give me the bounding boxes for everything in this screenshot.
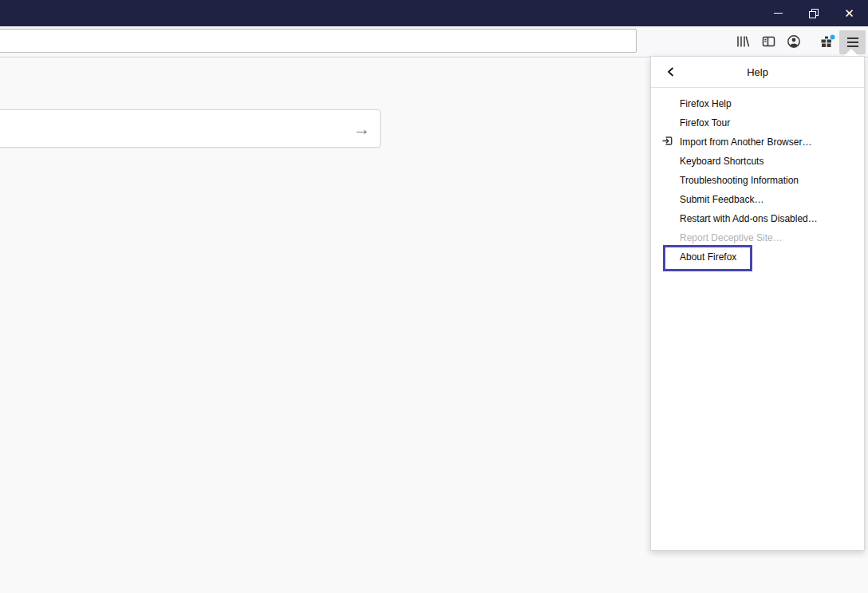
menu-item-firefox-tour[interactable]: Firefox Tour — [651, 113, 864, 132]
close-icon: ✕ — [844, 7, 854, 19]
account-button[interactable] — [782, 30, 806, 53]
address-bar-input[interactable] — [0, 30, 636, 52]
whats-new-button[interactable] — [815, 30, 839, 53]
page-search-input[interactable] — [2, 110, 337, 147]
minimize-icon — [774, 13, 783, 14]
sidebar-icon — [762, 35, 775, 48]
search-go-arrow-icon[interactable]: → — [353, 121, 370, 137]
menu-item-import-from-another-browser[interactable]: Import from Another Browser… — [651, 132, 864, 152]
restore-button[interactable] — [795, 0, 831, 26]
menu-item-report-deceptive-site: Report Deceptive Site… — [651, 228, 864, 247]
notification-dot — [831, 34, 835, 39]
panel-arrow-notch — [844, 49, 858, 56]
menu-item-troubleshooting-information[interactable]: Troubleshooting Information — [651, 171, 864, 190]
window-titlebar: ✕ — [0, 0, 868, 26]
sidebar-button[interactable] — [756, 30, 780, 53]
restore-icon — [809, 9, 819, 18]
panel-header: Help — [651, 57, 864, 88]
help-menu-panel: Help Firefox Help Firefox Tour Import fr… — [650, 56, 865, 551]
page-search-box[interactable]: → — [0, 109, 381, 148]
menu-item-firefox-help[interactable]: Firefox Help — [651, 94, 864, 113]
close-button[interactable]: ✕ — [831, 0, 867, 26]
menu-item-keyboard-shortcuts[interactable]: Keyboard Shortcuts — [651, 152, 864, 171]
menu-item-about-firefox[interactable]: About Firefox — [651, 247, 864, 267]
library-button[interactable] — [731, 30, 755, 53]
gift-icon — [819, 34, 835, 49]
menu-item-restart-with-addons-disabled[interactable]: Restart with Add-ons Disabled… — [651, 209, 864, 228]
help-menu-items: Firefox Help Firefox Tour Import from An… — [651, 88, 864, 267]
import-icon — [661, 135, 673, 149]
minimize-button[interactable] — [760, 0, 796, 26]
hamburger-icon — [846, 37, 859, 48]
panel-title: Help — [651, 57, 864, 88]
address-bar[interactable] — [0, 29, 637, 53]
menu-item-submit-feedback[interactable]: Submit Feedback… — [651, 190, 864, 209]
account-icon — [787, 34, 801, 49]
browser-toolbar — [0, 26, 868, 57]
library-icon — [736, 35, 750, 48]
